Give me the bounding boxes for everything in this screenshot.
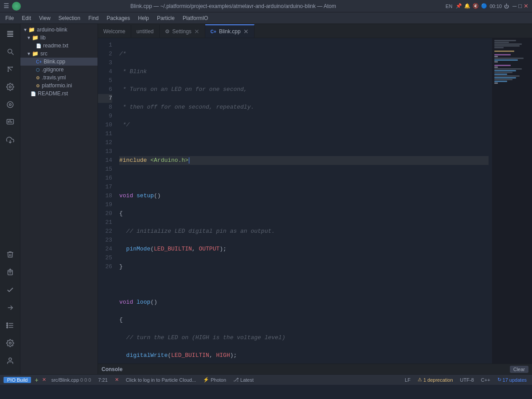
menu-file[interactable]: File: [2, 14, 17, 23]
git-icon[interactable]: [2, 61, 18, 77]
cursor-pos-label: 7:21: [98, 377, 107, 383]
menu-platformio[interactable]: PlatformIO: [179, 14, 211, 23]
encoding-status[interactable]: UTF-8: [458, 377, 476, 383]
tree-file-readme-rst[interactable]: 📄 README.rst: [20, 90, 98, 98]
minimap-line: [494, 52, 496, 54]
folder-icon: 📁: [32, 51, 39, 57]
add-icon[interactable]: +: [35, 376, 38, 383]
deprecation-label: 1 deprecation: [423, 377, 453, 383]
menu-selection[interactable]: Selection: [55, 14, 84, 23]
menu-help[interactable]: Help: [134, 14, 153, 23]
tree-folder-lib[interactable]: ▾ 📁 lib: [20, 34, 98, 42]
code-content[interactable]: /* * Blink * Turns on an LED on for one …: [116, 38, 492, 364]
ln-24: 24: [98, 245, 112, 254]
power-icon[interactable]: ⏻: [504, 4, 509, 9]
updates-status[interactable]: ↻ 17 updates: [496, 377, 528, 383]
photon-status[interactable]: ⚡ Photon: [201, 377, 228, 383]
cursor-position: 7:21: [96, 377, 109, 383]
search-icon[interactable]: [2, 43, 18, 59]
maximize-button[interactable]: □: [518, 3, 522, 9]
svg-point-27: [9, 342, 11, 344]
cancel-icon[interactable]: ✕: [113, 377, 121, 383]
settings-icon[interactable]: [2, 335, 18, 351]
update-icon: ↻: [497, 377, 501, 383]
svg-rect-2: [7, 35, 13, 35]
tree-file-platformio-ini[interactable]: ⚙ platformio.ini: [20, 82, 98, 90]
tab-blink-cpp[interactable]: C+ Blink.cpp ✕: [205, 24, 254, 38]
hamburger-icon[interactable]: ☰: [4, 2, 9, 10]
code-editor[interactable]: 1 2 3 4 5 6 7 8 9 10 11 12 13 14 15 16 1: [98, 38, 492, 364]
minimap-line: [494, 82, 498, 84]
particle-icon: ⚡: [203, 377, 209, 383]
files-icon[interactable]: [2, 26, 18, 42]
ln-17: 17: [98, 183, 112, 192]
menubar: File Edit View Selection Find Packages H…: [0, 12, 532, 24]
code-line-13: }: [119, 262, 489, 271]
file-icon: ⚙: [36, 83, 40, 88]
close-button[interactable]: ✕: [524, 3, 528, 9]
statusbar-right: LF ⚠ 1 deprecation UTF-8 C++ ↻ 17 update…: [403, 377, 528, 383]
svg-point-14: [9, 104, 11, 106]
photon-label: Photon: [211, 377, 226, 383]
minimap-line: [494, 63, 496, 64]
menu-packages[interactable]: Packages: [103, 14, 134, 23]
code-line-15: void loop(): [119, 298, 489, 307]
particle-log-msg[interactable]: Click to log in to Particle Cloud...: [124, 377, 198, 383]
tree-label-blink-cpp: Blink.cpp: [43, 59, 65, 65]
code-line-17: // turn the LED on (HIGH is the voltage …: [119, 333, 489, 342]
ln-18: 18: [98, 192, 112, 200]
minimap-line: [494, 43, 522, 45]
close-icon[interactable]: ✕: [42, 377, 46, 383]
language-status[interactable]: C++: [479, 377, 492, 383]
minimap-line: [494, 79, 512, 80]
tree-file-travis[interactable]: ⚙ .travis.yml: [20, 74, 98, 82]
warning-count: 0: [84, 377, 87, 383]
code-line-14: [119, 280, 489, 289]
line-ending-status[interactable]: LF: [403, 377, 412, 383]
tree-file-readme-txt[interactable]: 📄 readme.txt: [20, 42, 98, 50]
minimize-button[interactable]: ─: [512, 3, 516, 9]
forward-icon[interactable]: [2, 300, 18, 316]
minimap-line: [494, 40, 516, 41]
device-icon[interactable]: [2, 97, 18, 113]
tree-folder-root[interactable]: ▾ 📁 arduino-blink: [20, 26, 98, 34]
svg-point-13: [7, 102, 13, 108]
svg-point-28: [9, 358, 12, 360]
code-line-10: {: [119, 209, 489, 218]
check-icon[interactable]: [2, 282, 18, 298]
tab-welcome[interactable]: Welcome: [98, 24, 131, 38]
tree-file-blink-cpp[interactable]: C+ Blink.cpp: [20, 58, 98, 66]
tree-folder-src[interactable]: ▾ 📁 src: [20, 50, 98, 58]
account-icon[interactable]: [2, 353, 18, 369]
tab-untitled[interactable]: untitled: [131, 24, 160, 38]
monitor-icon[interactable]: [2, 114, 18, 130]
file-icon: ⚙: [36, 75, 40, 80]
bt-icon: 🔵: [481, 3, 487, 9]
file-icon: 📄: [31, 91, 36, 96]
tab-close-settings[interactable]: ✕: [194, 28, 200, 35]
tab-settings[interactable]: ⚙ Settings ✕: [160, 24, 205, 38]
tab-close-blink[interactable]: ✕: [243, 28, 249, 35]
pio-build-button[interactable]: PIO Build: [4, 377, 31, 383]
code-line-12: pinMode(LED_BUILTIN, OUTPUT);: [119, 245, 489, 254]
spacer-icon: [33, 66, 34, 73]
menu-particle[interactable]: Particle: [153, 14, 178, 23]
menu-find[interactable]: Find: [85, 14, 102, 23]
minimap-line: [494, 51, 514, 52]
ln-5: 5: [98, 76, 112, 85]
clear-button[interactable]: Clear: [510, 366, 528, 373]
menu-view[interactable]: View: [35, 14, 54, 23]
trash-icon[interactable]: [2, 246, 18, 262]
tree-file-gitignore[interactable]: ⬡ .gitignore: [20, 66, 98, 74]
ln-25: 25: [98, 254, 112, 262]
svg-point-8: [12, 66, 13, 68]
menu-edit[interactable]: Edit: [18, 14, 35, 23]
main-layout: ▾ 📁 arduino-blink ▾ 📁 lib 📄 readme.txt ▾…: [0, 24, 532, 374]
svg-point-7: [8, 70, 9, 72]
git-status[interactable]: ⎇ Latest: [231, 377, 255, 383]
extensions-icon[interactable]: [2, 79, 18, 95]
tasks-icon[interactable]: [2, 132, 18, 148]
deprecation-status[interactable]: ⚠ 1 deprecation: [416, 377, 455, 383]
debug-icon[interactable]: [2, 264, 18, 280]
list-icon[interactable]: [2, 317, 18, 333]
